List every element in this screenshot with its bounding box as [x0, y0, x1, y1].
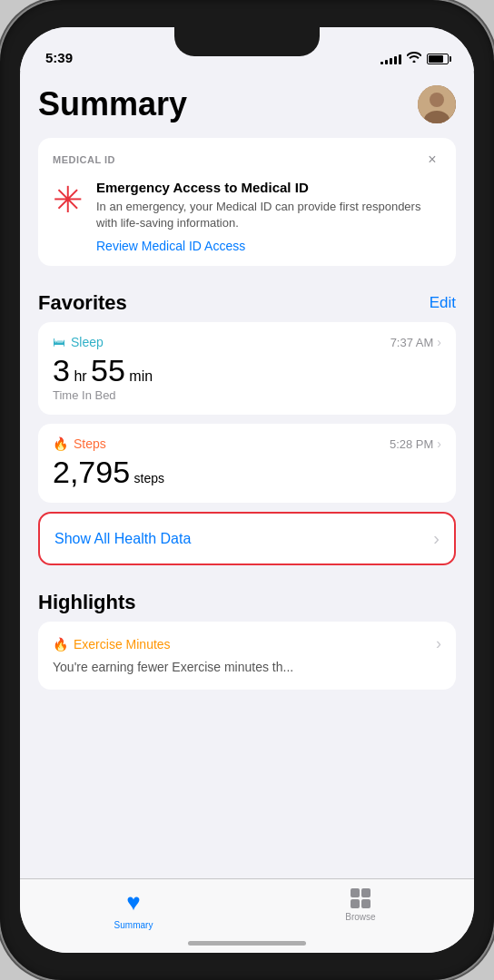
svg-point-1 — [430, 93, 444, 107]
notch — [174, 27, 320, 56]
medical-id-label: MEDICAL ID — [53, 154, 115, 165]
steps-card[interactable]: 🔥 Steps 5:28 PM › 2,795 steps — [38, 424, 456, 503]
sleep-card-header: 🛏 Sleep 7:37 AM › — [53, 335, 441, 349]
sleep-subtitle: Time In Bed — [53, 388, 441, 402]
sleep-time: 7:37 AM › — [390, 335, 441, 349]
sleep-label: 🛏 Sleep — [53, 335, 104, 349]
sleep-card[interactable]: 🛏 Sleep 7:37 AM › 3 hr 55 min Time In Be… — [38, 322, 456, 415]
page-header: Summary — [38, 71, 456, 138]
edit-button[interactable]: Edit — [430, 294, 456, 312]
favorites-title: Favorites — [38, 291, 127, 315]
grid-icon — [351, 888, 370, 908]
avatar[interactable] — [418, 85, 456, 123]
steps-value: 2,795 steps — [53, 455, 441, 490]
close-button[interactable]: × — [423, 151, 441, 169]
status-icons — [380, 52, 449, 65]
show-all-label: Show All Health Data — [54, 531, 191, 547]
phone-screen: 5:39 — [20, 27, 474, 953]
show-all-health-data-button[interactable]: Show All Health Data › — [38, 512, 456, 565]
highlights-title: Highlights — [38, 591, 136, 614]
tab-summary[interactable]: ♥ Summary — [20, 888, 247, 930]
sleep-text: Sleep — [71, 335, 104, 349]
exercise-description: You're earning fewer Exercise minutes th… — [53, 659, 441, 677]
exercise-text: Exercise Minutes — [74, 637, 171, 652]
status-time: 5:39 — [45, 50, 73, 65]
main-content: Summary MEDICAL ID × — [20, 71, 474, 889]
exercise-card-header: 🔥 Exercise Minutes › — [53, 634, 441, 653]
sleep-chevron-icon: › — [437, 335, 441, 349]
medical-id-card: MEDICAL ID × ✳ Emergency Access to Medic… — [38, 138, 456, 266]
signal-bars-icon — [380, 54, 401, 64]
tab-browse-label: Browse — [345, 912, 375, 922]
steps-chevron-icon: › — [437, 436, 441, 451]
highlights-section-header: Highlights — [38, 583, 456, 622]
card-description: In an emergency, your Medical ID can pro… — [96, 199, 441, 231]
tab-browse[interactable]: Browse — [247, 888, 474, 922]
favorites-section-header: Favorites Edit — [38, 284, 456, 322]
card-header: MEDICAL ID × — [53, 151, 441, 169]
steps-time: 5:28 PM › — [390, 436, 441, 451]
wifi-icon — [407, 52, 421, 65]
steps-text: Steps — [74, 436, 106, 451]
sleep-value: 3 hr 55 min — [53, 353, 441, 388]
avatar-image — [418, 85, 456, 123]
heart-icon: ♥ — [126, 888, 140, 916]
battery-icon — [427, 54, 449, 64]
card-title: Emergency Access to Medical ID — [96, 180, 441, 195]
exercise-fire-icon: 🔥 — [53, 637, 68, 652]
exercise-chevron-icon: › — [436, 634, 441, 653]
bed-icon: 🛏 — [53, 335, 65, 349]
show-all-chevron-icon: › — [433, 528, 440, 549]
card-body: ✳ Emergency Access to Medical ID In an e… — [53, 180, 441, 253]
card-text-content: Emergency Access to Medical ID In an eme… — [96, 180, 441, 253]
page-title: Summary — [38, 85, 187, 123]
medical-asterisk-icon: ✳ — [53, 181, 84, 218]
home-indicator — [188, 941, 306, 946]
tab-summary-label: Summary — [114, 920, 153, 930]
exercise-minutes-card[interactable]: 🔥 Exercise Minutes › You're earning fewe… — [38, 622, 456, 690]
steps-card-header: 🔥 Steps 5:28 PM › — [53, 436, 441, 451]
phone-frame: 5:39 — [0, 0, 494, 980]
exercise-label: 🔥 Exercise Minutes — [53, 637, 171, 652]
fire-icon: 🔥 — [53, 436, 68, 451]
review-medical-id-link[interactable]: Review Medical ID Access — [96, 239, 441, 253]
steps-label: 🔥 Steps — [53, 436, 106, 451]
